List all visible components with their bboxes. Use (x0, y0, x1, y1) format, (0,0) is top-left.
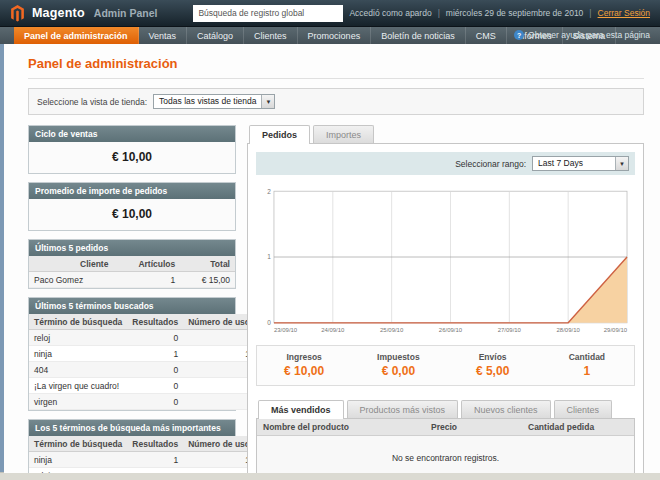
grid-tab[interactable]: Productos más vistos (347, 400, 459, 418)
table-row[interactable]: ¡La virgen que cuadro! 0 2 (29, 378, 260, 394)
total-stat: Impuestos € 0,00 (351, 352, 445, 378)
tab-label: Pedidos (262, 130, 297, 140)
table-row[interactable]: Paco Gomez 1 € 15,00 (29, 272, 235, 288)
nav-item[interactable]: Boletín de noticias (371, 27, 466, 45)
total-stat: Envíos € 5,00 (446, 352, 540, 378)
column-header[interactable]: Artículos (113, 256, 180, 272)
nav-item-label: Catálogo (197, 31, 233, 41)
cell-term: reloj (29, 330, 127, 346)
svg-text:25/09/10: 25/09/10 (380, 327, 404, 333)
nav-item[interactable]: Panel de administración (14, 27, 139, 45)
column-header-qty[interactable]: Cantidad pedida (522, 419, 634, 436)
cell-term: 404 (29, 362, 127, 378)
table-row[interactable]: reloj 0 2 (29, 330, 260, 346)
column-header[interactable]: Resultados (127, 436, 183, 452)
window-bottom-edge (0, 472, 660, 480)
range-select[interactable]: Last 7 Days ▼ (532, 156, 629, 171)
cell-term: virgen (29, 394, 127, 410)
lifetime-sales-box: Ciclo de ventas € 10,00 (28, 125, 236, 174)
chart-tabs: Pedidos Importes (247, 125, 644, 143)
grid-tab[interactable]: Nuevos clientes (461, 400, 551, 418)
table-row[interactable]: ninja 1 10 (29, 346, 260, 362)
dashboard-right-column: Pedidos Importes Seleccionar rango: Last… (247, 125, 644, 473)
column-header-price[interactable]: Precio (425, 419, 522, 436)
last-search-terms-title: Últimos 5 términos buscados (29, 298, 235, 314)
cell-results: 0 (127, 362, 183, 378)
nav-item[interactable]: Ventas (139, 27, 188, 45)
cell-term: ninja (29, 346, 127, 362)
global-search-input[interactable] (193, 5, 343, 22)
column-header[interactable]: Total (180, 256, 235, 272)
empty-message: No se encontraron registros. (257, 436, 634, 474)
column-header[interactable]: Resultados (127, 314, 183, 330)
total-stat: Ingresos € 10,00 (257, 352, 351, 378)
tab-label: Productos más vistos (360, 405, 446, 415)
magento-logo-icon (10, 5, 25, 22)
nav-item[interactable]: Clientes (244, 27, 298, 45)
logout-link[interactable]: Cerrar Sesión (598, 8, 650, 18)
last-search-terms-table: Término de búsquedaResultadosNúmero de u… (29, 314, 260, 410)
store-view-label: Seleccione la vista de tienda: (37, 97, 147, 107)
separator: | (589, 8, 591, 18)
lifetime-sales-title: Ciclo de ventas (29, 126, 235, 142)
cell-results: 0 (127, 468, 183, 474)
table-row[interactable]: ninja 1 10 (29, 452, 260, 468)
last-orders-title: Últimos 5 pedidos (29, 240, 235, 256)
chart-tab[interactable]: Pedidos (249, 125, 310, 144)
table-row[interactable]: virgen 0 1 (29, 394, 260, 410)
stat-label: Cantidad (540, 352, 634, 362)
orders-panel: Seleccionar rango: Last 7 Days ▼ 01223/0… (247, 143, 644, 473)
nav-item[interactable]: CMS (466, 27, 507, 45)
cell-term: reloj (29, 468, 127, 474)
table-row[interactable]: reloj 0 2 (29, 468, 260, 474)
help-link[interactable]: ? Obtener ayuda para esta página (514, 30, 660, 40)
column-header[interactable]: Término de búsqueda (29, 314, 127, 330)
stat-value: 1 (540, 364, 634, 378)
nav-item-label: Promociones (308, 31, 361, 41)
average-orders-title: Promedio de importe de pedidos (29, 183, 235, 199)
chart-tab[interactable]: Importes (313, 125, 374, 143)
nav-item-label: Panel de administración (24, 31, 128, 41)
brand-suffix: Admin Panel (94, 7, 158, 19)
cell-items: 1 (113, 272, 180, 288)
cell-results: 0 (127, 394, 183, 410)
svg-text:0: 0 (267, 319, 271, 326)
store-view-select[interactable]: Todas las vistas de tienda ▼ (153, 94, 275, 109)
column-header-product[interactable]: Nombre del producto (257, 419, 425, 436)
table-row[interactable]: 404 0 1 (29, 362, 260, 378)
range-bar: Seleccionar rango: Last 7 Days ▼ (256, 152, 635, 175)
dashboard: Ciclo de ventas € 10,00 Promedio de impo… (28, 125, 644, 473)
average-orders-value: € 10,00 (29, 199, 235, 230)
stat-value: € 0,00 (351, 364, 445, 378)
last-orders-table: ClienteArtículosTotal Paco Gomez 1 € 15,… (29, 256, 235, 288)
grid-tabs: Más vendidos Productos más vistos Nuevos… (256, 400, 635, 418)
nav-item[interactable]: Catálogo (187, 27, 244, 45)
svg-text:1: 1 (267, 254, 271, 261)
top-search-terms-title: Los 5 términos de búsqueda más important… (29, 420, 235, 436)
nav-item-label: CMS (476, 31, 496, 41)
tab-label: Nuevos clientes (474, 405, 538, 415)
column-header[interactable]: Cliente (29, 256, 113, 272)
current-date: miércoles 29 de septiembre de 2010 (446, 8, 584, 18)
top-search-terms-table: Término de búsquedaResultadosNúmero de u… (29, 436, 260, 473)
help-link-label: Obtener ayuda para esta página (528, 30, 650, 40)
svg-text:23/09/10: 23/09/10 (274, 327, 298, 333)
grid-tab[interactable]: Más vendidos (258, 400, 344, 419)
separator: | (438, 8, 440, 18)
nav-item[interactable]: Promociones (298, 27, 372, 45)
nav-item-label: Boletín de noticias (381, 31, 455, 41)
stat-label: Envíos (446, 352, 540, 362)
products-grid: Nombre del producto Precio Cantidad pedi… (256, 418, 635, 473)
cell-results: 1 (127, 452, 183, 468)
cell-total: € 15,00 (180, 272, 235, 288)
grid-tab[interactable]: Clientes (554, 400, 613, 418)
content-area: Panel de administración Seleccione la vi… (4, 44, 660, 473)
svg-text:26/09/10: 26/09/10 (439, 327, 463, 333)
nav-item-label: Ventas (149, 31, 177, 41)
magento-admin-window: Magento Admin Panel Accedió como apardo … (0, 0, 660, 480)
column-header[interactable]: Término de búsqueda (29, 436, 127, 452)
page-title: Panel de administración (28, 56, 178, 71)
dashboard-left-column: Ciclo de ventas € 10,00 Promedio de impo… (28, 125, 236, 473)
cell-customer: Paco Gomez (29, 272, 113, 288)
top-header: Magento Admin Panel Accedió como apardo … (0, 0, 660, 27)
